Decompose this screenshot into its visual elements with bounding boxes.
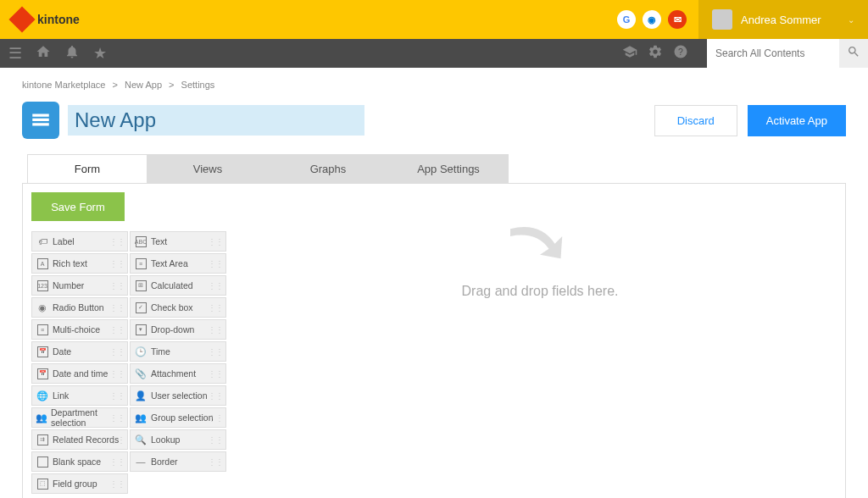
mail-icon[interactable]: ✉ xyxy=(668,10,687,29)
field-time[interactable]: 🕒Time⋮⋮ xyxy=(130,341,226,362)
calendar-icon: 📅 xyxy=(36,346,49,357)
help-icon[interactable]: ? xyxy=(673,44,688,64)
field-text-area[interactable]: ≡Text Area⋮⋮ xyxy=(130,253,226,274)
dropdown-icon: ▾ xyxy=(134,324,147,335)
field-user-selection[interactable]: 👤User selection⋮⋮ xyxy=(130,385,226,406)
field-text[interactable]: ABCText⋮⋮ xyxy=(130,231,226,252)
tag-icon: 🏷 xyxy=(36,236,49,246)
field-datetime[interactable]: 📅Date and time⋮⋮ xyxy=(31,363,128,384)
breadcrumb-newapp[interactable]: New App xyxy=(125,80,162,90)
user-menu[interactable]: Andrea Sommer ⌄ xyxy=(698,0,868,39)
text-icon: ABC xyxy=(134,236,147,247)
field-dept-selection[interactable]: 👥Department selection⋮⋮ xyxy=(31,407,128,428)
star-icon[interactable]: ★ xyxy=(93,44,107,63)
radio-icon: ◉ xyxy=(36,302,49,313)
group-icon: 👥 xyxy=(134,412,147,423)
field-multichoice[interactable]: ≡Multi-choice⋮⋮ xyxy=(31,319,128,340)
field-lookup[interactable]: 🔍Lookup⋮⋮ xyxy=(130,429,226,450)
field-calculated[interactable]: ⊞Calculated⋮⋮ xyxy=(130,275,226,296)
tab-graphs[interactable]: Graphs xyxy=(268,154,388,183)
multichoice-icon: ≡ xyxy=(36,324,49,335)
gear-icon[interactable] xyxy=(648,44,663,64)
datetime-icon: 📅 xyxy=(36,368,49,379)
lookup-icon: 🔍 xyxy=(134,434,147,445)
search-box xyxy=(707,39,868,68)
org-icon: 👥 xyxy=(36,412,47,423)
field-border[interactable]: —Border⋮⋮ xyxy=(130,451,226,472)
calculator-icon: ⊞ xyxy=(134,280,147,291)
top-header: kintone G ◉ ✉ Andrea Sommer ⌄ xyxy=(0,0,868,39)
field-dropdown[interactable]: ▾Drop-down⋮⋮ xyxy=(130,319,226,340)
discard-button[interactable]: Discard xyxy=(654,105,737,136)
logo-cube-icon xyxy=(8,6,35,32)
field-related-records[interactable]: ⇉Related Records⋮⋮ xyxy=(31,429,128,450)
clock-icon: 🕒 xyxy=(134,346,147,357)
blank-icon xyxy=(36,456,49,468)
richtext-icon: A xyxy=(36,258,49,269)
tab-form[interactable]: Form xyxy=(27,154,147,183)
app-icon[interactable] xyxy=(22,102,59,139)
field-date[interactable]: 📅Date⋮⋮ xyxy=(31,341,128,362)
graduation-icon[interactable] xyxy=(622,44,637,64)
brand-name: kintone xyxy=(37,13,80,26)
activate-app-button[interactable]: Activate App xyxy=(748,105,846,136)
tabs: Form Views Graphs App Settings xyxy=(27,154,868,183)
app-title-row: Discard Activate App xyxy=(0,102,868,154)
user-name-label: Andrea Sommer xyxy=(741,14,839,26)
field-field-group[interactable]: ⬚Field group⋮⋮ xyxy=(31,473,128,494)
field-palette: Save Form 🏷Label⋮⋮ ABCText⋮⋮ ARich text⋮… xyxy=(23,184,235,498)
menu-icon[interactable]: ☰ xyxy=(8,44,22,63)
field-number[interactable]: 123Number⋮⋮ xyxy=(31,275,128,296)
nav-bar: ☰ ★ ? xyxy=(0,39,868,68)
field-label[interactable]: 🏷Label⋮⋮ xyxy=(31,231,128,252)
field-group-selection[interactable]: 👥Group selection⋮⋮ xyxy=(130,407,226,428)
textarea-icon: ≡ xyxy=(134,258,147,269)
save-form-button[interactable]: Save Form xyxy=(31,192,125,221)
breadcrumb: kintone Marketplace > New App > Settings xyxy=(0,68,868,102)
field-radio[interactable]: ◉Radio Button⋮⋮ xyxy=(31,297,128,318)
outlook-icon[interactable]: ◉ xyxy=(643,10,661,29)
field-rich-text[interactable]: ARich text⋮⋮ xyxy=(31,253,128,274)
main-area: Save Form 🏷Label⋮⋮ ABCText⋮⋮ ARich text⋮… xyxy=(22,183,846,498)
app-title-input[interactable] xyxy=(68,105,364,136)
drop-hint-text: Drag and drop fields here. xyxy=(462,284,619,299)
svg-text:?: ? xyxy=(678,46,683,56)
header-right: G ◉ ✉ Andrea Sommer ⌄ xyxy=(614,0,868,39)
border-icon: — xyxy=(134,456,147,467)
chevron-down-icon: ⌄ xyxy=(848,15,854,25)
field-blank-space[interactable]: Blank space⋮⋮ xyxy=(31,451,128,472)
field-attachment[interactable]: 📎Attachment⋮⋮ xyxy=(130,363,226,384)
breadcrumb-settings: Settings xyxy=(181,80,215,90)
paperclip-icon: 📎 xyxy=(134,368,147,379)
google-icon[interactable]: G xyxy=(617,10,636,29)
breadcrumb-marketplace[interactable]: kintone Marketplace xyxy=(22,80,105,90)
avatar xyxy=(712,9,732,30)
user-icon: 👤 xyxy=(134,390,147,401)
field-checkbox[interactable]: ✓Check box⋮⋮ xyxy=(130,297,226,318)
field-link[interactable]: 🌐Link⋮⋮ xyxy=(31,385,128,406)
tab-views[interactable]: Views xyxy=(147,154,268,183)
globe-icon: 🌐 xyxy=(36,390,49,401)
home-icon[interactable] xyxy=(36,44,51,64)
fieldgroup-icon: ⬚ xyxy=(36,479,49,490)
search-button[interactable] xyxy=(839,39,868,68)
related-icon: ⇉ xyxy=(36,434,49,445)
number-icon: 123 xyxy=(36,280,49,291)
search-input[interactable] xyxy=(707,39,839,68)
tab-app-settings[interactable]: App Settings xyxy=(388,154,509,183)
drop-area[interactable]: Drag and drop fields here. xyxy=(235,184,845,498)
brand-logo[interactable]: kintone xyxy=(12,9,80,30)
bell-icon[interactable] xyxy=(64,44,80,64)
drop-arrow-icon xyxy=(502,218,578,277)
checkbox-icon: ✓ xyxy=(134,302,147,313)
